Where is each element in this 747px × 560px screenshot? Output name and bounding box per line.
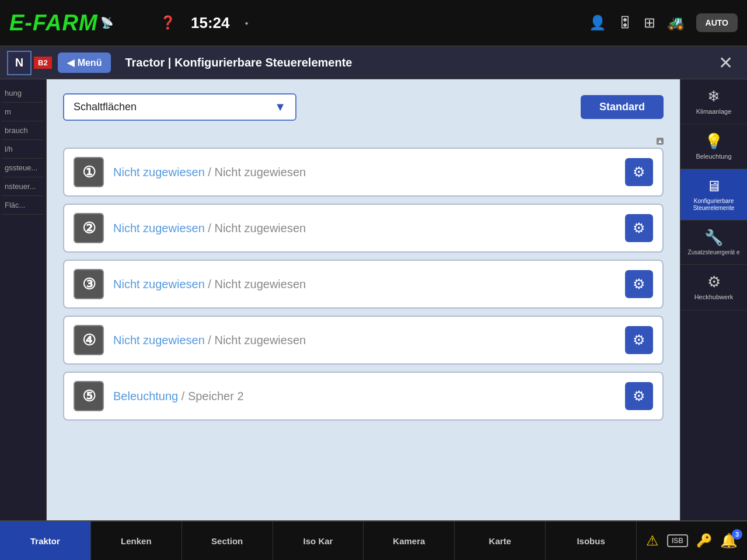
beleuchtung-label: Beleuchtung	[696, 153, 731, 160]
item-5-label: Beleuchtung / Speicher 2	[113, 390, 616, 403]
gear-icon-3: ⚙	[633, 276, 645, 292]
config-item-1: ① Nicht zugewiesen / Nicht zugewiesen ⚙	[63, 148, 664, 197]
dropdown-row: Schaltflächen ▼ Standard	[63, 93, 664, 121]
logo-text: E-FARM	[9, 10, 98, 36]
dropdown-label: Schaltflächen	[74, 101, 137, 113]
item-3-left: Nicht zugewiesen	[113, 278, 205, 290]
tab-kamera[interactable]: Kamera	[364, 522, 455, 560]
speedometer-icon[interactable]: 🎛	[618, 15, 632, 31]
item-1-sep: /	[208, 166, 214, 178]
top-bar-icons: 👤 🎛 ⊞ 🚜 AUTO	[589, 13, 738, 32]
dot-indicator: ●	[245, 20, 249, 26]
menu-button[interactable]: ◀ Menü	[58, 52, 111, 73]
item-2-label: Nicht zugewiesen / Nicht zugewiesen	[113, 222, 616, 235]
tab-section[interactable]: Section	[182, 522, 273, 560]
zusatz-label: Zusatzsteuergerät e	[688, 249, 740, 256]
b2-badge: B2	[34, 57, 52, 69]
sidebar-item-m: m	[2, 103, 44, 121]
top-bar: E-FARM 📡 ❓ 15:24 ● 👤 🎛 ⊞ 🚜 AUTO	[0, 0, 747, 47]
warning-icon[interactable]: ⚠	[646, 533, 659, 549]
item-number-4: ④	[74, 325, 104, 355]
gear-icon-1: ⚙	[633, 164, 645, 180]
konfigurierbare-label: Konfigurierbare Steuerelemente	[684, 198, 743, 212]
notification-bell[interactable]: 🔔 3	[720, 533, 738, 549]
window-title: Tractor | Konfigurierbare Steuerelemente	[125, 56, 718, 69]
konfigurierbare-icon: 🖥	[706, 177, 721, 195]
tab-isokar[interactable]: Iso Kar	[273, 522, 364, 560]
tab-karte[interactable]: Karte	[455, 522, 546, 560]
item-5-number: ⑤	[82, 387, 96, 405]
question-icon[interactable]: ❓	[160, 15, 176, 30]
item-1-left: Nicht zugewiesen	[113, 166, 205, 178]
item-5-left: Beleuchtung	[113, 390, 178, 402]
item-2-left: Nicht zugewiesen	[113, 222, 205, 235]
config-gear-5[interactable]: ⚙	[625, 382, 653, 410]
menu-label: Menü	[78, 58, 102, 68]
item-1-right: Nicht zugewiesen	[214, 166, 306, 178]
sidebar-item-beleuchtung[interactable]: 💡 Beleuchtung	[680, 124, 747, 169]
bottom-right-icons: ⚠ ISB 🔑 🔔 3	[637, 533, 747, 549]
clock-display: 15:24	[191, 14, 230, 32]
config-items-list: ① Nicht zugewiesen / Nicht zugewiesen ⚙ …	[63, 148, 664, 421]
sidebar-item-klimaanlage[interactable]: ❄ Klimaanlage	[680, 79, 747, 124]
item-4-number: ④	[82, 331, 96, 349]
item-3-sep: /	[208, 278, 214, 290]
tab-karte-label: Karte	[489, 536, 511, 546]
zusatz-icon: 🔧	[704, 229, 723, 247]
auto-button[interactable]: AUTO	[696, 13, 738, 32]
item-number-5: ⑤	[74, 381, 104, 411]
item-5-sep: /	[181, 390, 188, 402]
dropdown-arrow-icon: ▼	[274, 100, 286, 114]
tab-section-label: Section	[211, 536, 243, 546]
config-item-2: ② Nicht zugewiesen / Nicht zugewiesen ⚙	[63, 204, 664, 253]
tractor-icon[interactable]: 🚜	[667, 15, 685, 31]
config-gear-2[interactable]: ⚙	[625, 214, 653, 242]
sidebar-item-heckhubwerk[interactable]: ⚙ Heckhubwerk	[680, 265, 747, 310]
item-1-number: ①	[82, 163, 96, 181]
item-number-2: ②	[74, 213, 104, 243]
beleuchtung-icon: 💡	[704, 132, 723, 150]
sidebar-item-konfigurierbare[interactable]: 🖥 Konfigurierbare Steuerelemente	[680, 169, 747, 220]
tab-traktor[interactable]: Traktor	[0, 522, 91, 560]
heckhubwerk-icon: ⚙	[707, 273, 721, 291]
sidebar-item-flac: Fläc...	[2, 196, 44, 215]
item-number-3: ③	[74, 269, 104, 299]
isb-indicator: ISB	[667, 534, 688, 547]
sidebar-item-brauch: brauch	[2, 121, 44, 140]
tab-traktor-label: Traktor	[30, 536, 60, 546]
schaltflachen-dropdown[interactable]: Schaltflächen ▼	[63, 93, 296, 121]
grid-icon[interactable]: ⊞	[644, 15, 655, 31]
n-label: N	[15, 56, 23, 69]
back-arrow-icon: ◀	[67, 57, 74, 68]
item-2-number: ②	[82, 219, 96, 237]
klimaanlage-label: Klimaanlage	[696, 108, 732, 116]
config-gear-1[interactable]: ⚙	[625, 158, 653, 186]
key-icon[interactable]: 🔑	[696, 533, 712, 548]
notification-badge: 3	[732, 529, 742, 540]
item-5-right: Speicher 2	[188, 390, 244, 402]
config-gear-4[interactable]: ⚙	[625, 326, 653, 354]
user-icon[interactable]: 👤	[589, 15, 606, 31]
klimaanlage-icon: ❄	[707, 88, 720, 106]
center-panel: Schaltflächen ▼ Standard ▲ ① Nicht zugew…	[47, 79, 680, 520]
sidebar-item-zusatz[interactable]: 🔧 Zusatzsteuergerät e	[680, 220, 747, 265]
scroll-up-indicator: ▲	[657, 138, 664, 145]
standard-button[interactable]: Standard	[581, 95, 664, 119]
tab-lenken[interactable]: Lenken	[91, 522, 182, 560]
config-gear-3[interactable]: ⚙	[625, 270, 653, 298]
second-bar: N B2 ◀ Menü Tractor | Konfigurierbare St…	[0, 47, 747, 79]
tab-isobus-label: Isobus	[577, 536, 605, 546]
sidebar-item-gssteue: gssteue...	[2, 159, 44, 177]
close-button[interactable]: ✕	[718, 52, 733, 73]
item-2-sep: /	[208, 222, 214, 235]
logo-area: E-FARM 📡	[9, 10, 149, 36]
item-3-label: Nicht zugewiesen / Nicht zugewiesen	[113, 278, 616, 291]
tab-isobus[interactable]: Isobus	[546, 522, 637, 560]
right-sidebar: ❄ Klimaanlage 💡 Beleuchtung 🖥 Konfigurie…	[680, 79, 747, 520]
item-4-left: Nicht zugewiesen	[113, 334, 205, 346]
item-3-right: Nicht zugewiesen	[214, 278, 306, 290]
item-4-sep: /	[208, 334, 214, 346]
config-item-3: ③ Nicht zugewiesen / Nicht zugewiesen ⚙	[63, 260, 664, 309]
config-item-5: ⑤ Beleuchtung / Speicher 2 ⚙	[63, 372, 664, 421]
tab-isokar-label: Iso Kar	[303, 536, 333, 546]
